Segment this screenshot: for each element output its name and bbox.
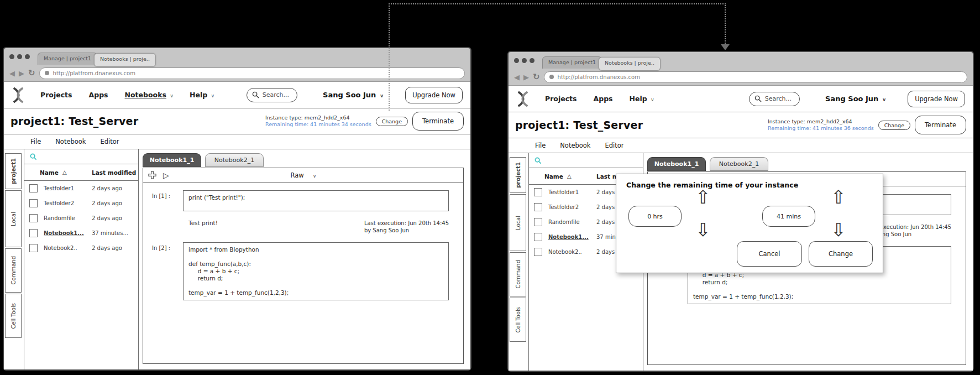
address-bar[interactable]: http://platfrom.dnanexus.com: [544, 71, 967, 83]
window-control-dot-icon[interactable]: [514, 58, 519, 63]
file-checkbox[interactable]: [29, 184, 38, 192]
nav-help[interactable]: Help v: [190, 91, 214, 99]
notebook-tab-2[interactable]: Notebook2_1: [205, 153, 264, 167]
file-checkbox[interactable]: [534, 248, 542, 256]
window-controls[interactable]: [514, 58, 534, 63]
back-icon[interactable]: ◀: [9, 70, 15, 77]
nav-projects[interactable]: Projects: [40, 91, 72, 99]
run-cell-icon[interactable]: ▷: [163, 171, 169, 179]
terminate-button[interactable]: Terminate: [915, 116, 966, 134]
sidebar-tab-cell-tools[interactable]: Cell Tools: [5, 294, 22, 338]
sidebar-tab-local[interactable]: Local: [510, 194, 526, 251]
window-control-dot-icon[interactable]: [25, 54, 30, 59]
search-input[interactable]: Search...: [247, 88, 297, 102]
address-bar[interactable]: http://platfrom.dnanexus.com: [39, 67, 465, 79]
upgrade-now-button[interactable]: Upgrade Now: [405, 87, 463, 103]
column-header-modified[interactable]: Last modified: [92, 169, 136, 176]
terminate-button[interactable]: Terminate: [412, 112, 464, 131]
browser-tab-notebooks[interactable]: Notebooks | proje..: [94, 53, 156, 67]
column-header-name[interactable]: Name: [40, 169, 59, 176]
cancel-button[interactable]: Cancel: [737, 241, 802, 267]
file-row[interactable]: Randomfile 2 days ago: [24, 211, 138, 226]
code-cell-1[interactable]: print ("Test print!");: [183, 190, 449, 211]
window-control-dot-icon[interactable]: [530, 58, 534, 63]
change-time-modal: Change the remaining time of your instan…: [616, 174, 883, 273]
file-checkbox[interactable]: [29, 244, 38, 252]
window-control-dot-icon[interactable]: [9, 54, 14, 59]
menu-editor[interactable]: Editor: [101, 138, 119, 145]
file-search-icon[interactable]: [534, 157, 542, 164]
minutes-decrement-arrow-icon[interactable]: ⇩: [831, 222, 846, 238]
user-menu[interactable]: Sang Soo Jun v: [323, 91, 383, 99]
cell-type-dropdown[interactable]: Raw v: [291, 171, 316, 179]
file-row[interactable]: Testfolder2 2 days ago: [24, 196, 138, 211]
user-menu[interactable]: Sang Soo Jun v: [825, 95, 885, 103]
window-controls[interactable]: [9, 54, 30, 59]
browser-tab-manage[interactable]: Manage | project1: [38, 53, 97, 65]
back-icon[interactable]: ◀: [514, 74, 520, 81]
column-header-name[interactable]: Name: [544, 173, 563, 180]
notebook-tab-2[interactable]: Notebook2_1: [710, 157, 768, 171]
search-input[interactable]: Search...: [749, 92, 800, 106]
dnanexus-logo-icon[interactable]: [516, 91, 530, 107]
nav-apps[interactable]: Apps: [89, 91, 108, 99]
sidebar-tab-command[interactable]: Command: [510, 252, 526, 296]
dnanexus-logo-icon[interactable]: [12, 87, 25, 103]
menu-editor[interactable]: Editor: [605, 142, 624, 149]
file-row[interactable]: Notebook1... 37 minutes...: [24, 226, 138, 241]
hours-value[interactable]: 0 hrs: [628, 206, 682, 227]
code-text: temp_var = 1 + temp_func(1,2,3);: [188, 289, 443, 296]
nav-notebooks[interactable]: Notebooks v: [125, 91, 173, 99]
user-name: Sang Soo Jun: [825, 95, 878, 103]
file-checkbox[interactable]: [29, 229, 38, 237]
file-checkbox[interactable]: [534, 233, 542, 241]
nav-projects[interactable]: Projects: [545, 95, 577, 103]
page-title: project1: Test_Server: [515, 119, 643, 131]
file-checkbox[interactable]: [534, 203, 542, 211]
menu-notebook[interactable]: Notebook: [55, 138, 86, 145]
modal-change-button[interactable]: Change: [809, 241, 873, 267]
add-cell-icon[interactable]: [148, 171, 156, 179]
forward-icon[interactable]: ▶: [19, 70, 24, 77]
code-cell-2[interactable]: import * from Biopython def temp_func(a,…: [183, 242, 449, 300]
file-checkbox[interactable]: [534, 188, 542, 196]
menu-notebook[interactable]: Notebook: [560, 142, 590, 149]
sidebar-tab-local[interactable]: Local: [5, 190, 22, 247]
menu-file[interactable]: File: [535, 142, 546, 149]
window-control-dot-icon[interactable]: [522, 58, 527, 63]
browser-tab-manage[interactable]: Manage | project1: [542, 56, 602, 69]
minutes-increment-arrow-icon[interactable]: ⇧: [831, 189, 846, 206]
nav-help[interactable]: Help v: [630, 95, 654, 103]
menu-file[interactable]: File: [30, 138, 41, 145]
nav-apps[interactable]: Apps: [594, 95, 613, 103]
file-row[interactable]: Testfolder1 2 days ago: [24, 181, 138, 196]
browser-titlebar: Manage | project1 Notebooks | proje..: [4, 48, 470, 65]
sidebar-tab-cell-tools[interactable]: Cell Tools: [510, 298, 526, 342]
remaining-time-text: Remaining time: 41 minutes 34 seconds: [265, 121, 371, 128]
chevron-down-icon: v: [212, 93, 214, 98]
change-time-button[interactable]: Change: [878, 121, 910, 130]
file-search-icon[interactable]: [30, 153, 37, 160]
side-tab-strip: project1 Local Command Cell Tools: [4, 149, 24, 369]
file-row[interactable]: Notebook2.. 2 days ago: [24, 241, 138, 256]
app-navbar: Projects Apps Notebooks v Help v Search.…: [4, 82, 470, 108]
file-checkbox[interactable]: [29, 199, 38, 207]
forward-icon[interactable]: ▶: [523, 74, 529, 81]
user-name: Sang Soo Jun: [323, 91, 376, 99]
reload-icon[interactable]: ↻: [533, 73, 540, 81]
change-time-button[interactable]: Change: [376, 117, 408, 126]
notebook-tab-1[interactable]: Notebook1_1: [647, 157, 706, 171]
minutes-value[interactable]: 41 mins: [762, 206, 815, 227]
sidebar-tab-project1[interactable]: project1: [5, 153, 22, 189]
reload-icon[interactable]: ↻: [28, 69, 35, 77]
browser-tab-notebooks[interactable]: Notebooks | proje..: [599, 57, 661, 71]
file-checkbox[interactable]: [534, 218, 542, 226]
window-control-dot-icon[interactable]: [17, 54, 22, 59]
hours-increment-arrow-icon[interactable]: ⇧: [695, 189, 711, 206]
sidebar-tab-command[interactable]: Command: [5, 248, 22, 293]
sidebar-tab-project1[interactable]: project1: [510, 157, 526, 193]
notebook-tab-1[interactable]: Notebook1_1: [143, 153, 201, 167]
file-checkbox[interactable]: [29, 214, 38, 222]
hours-decrement-arrow-icon[interactable]: ⇩: [695, 222, 711, 238]
upgrade-now-button[interactable]: Upgrade Now: [908, 91, 965, 107]
